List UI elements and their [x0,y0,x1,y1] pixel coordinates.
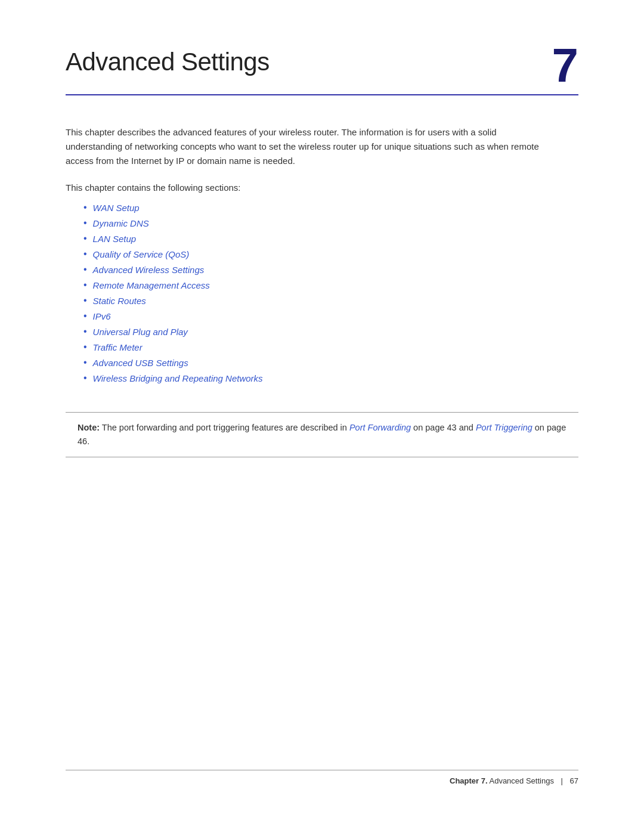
toc-link-advanced-usb[interactable]: Advanced USB Settings [93,358,188,368]
list-item[interactable]: Advanced Wireless Settings [83,264,578,275]
intro-paragraph: This chapter describes the advanced feat… [66,125,555,168]
list-item[interactable]: Quality of Service (QoS) [83,249,578,259]
port-forwarding-link[interactable]: Port Forwarding [349,423,411,432]
note-text-middle: on page 43 and [411,423,476,432]
toc-link-qos[interactable]: Quality of Service (QoS) [93,249,190,259]
footer-divider: | [561,776,563,785]
toc-link-ipv6[interactable]: IPv6 [93,311,111,321]
chapter-title: Advanced Settings [66,48,270,76]
note-box: Note: The port forwarding and port trigg… [66,412,578,457]
toc-link-upnp[interactable]: Universal Plug and Play [93,327,188,337]
footer-chapter-label: Chapter 7. [450,776,488,785]
footer-chapter-name: Advanced Settings [489,776,553,785]
list-item[interactable]: Static Routes [83,295,578,306]
list-item[interactable]: LAN Setup [83,233,578,244]
footer-page-number: 67 [570,776,578,785]
chapter-header: Advanced Settings 7 [66,48,578,95]
toc-link-lan-setup[interactable]: LAN Setup [93,234,137,244]
toc-link-wan-setup[interactable]: WAN Setup [93,203,140,213]
note-text-before: The port forwarding and port triggering … [100,423,349,432]
footer-text: Chapter 7. Advanced Settings | 67 [450,776,578,785]
list-item[interactable]: IPv6 [83,311,578,321]
page-footer: Chapter 7. Advanced Settings | 67 [66,770,578,785]
toc-link-remote-management[interactable]: Remote Management Access [93,280,210,290]
toc-link-traffic-meter[interactable]: Traffic Meter [93,342,143,352]
list-item[interactable]: Advanced USB Settings [83,357,578,368]
toc-link-wireless-bridging[interactable]: Wireless Bridging and Repeating Networks [93,373,263,383]
list-item[interactable]: Universal Plug and Play [83,326,578,337]
page-container: Advanced Settings 7 This chapter describ… [0,0,644,833]
toc-link-static-routes[interactable]: Static Routes [93,296,146,306]
list-item[interactable]: Traffic Meter [83,342,578,352]
toc-link-dynamic-dns[interactable]: Dynamic DNS [93,218,149,228]
chapter-number: 7 [552,42,579,89]
toc-list: WAN Setup Dynamic DNS LAN Setup Quality … [83,202,578,388]
note-label: Note: [78,423,100,432]
list-item[interactable]: WAN Setup [83,202,578,213]
sections-intro-text: This chapter contains the following sect… [66,182,578,193]
toc-link-advanced-wireless[interactable]: Advanced Wireless Settings [93,265,205,275]
port-triggering-link[interactable]: Port Triggering [476,423,532,432]
list-item[interactable]: Remote Management Access [83,280,578,290]
list-item[interactable]: Wireless Bridging and Repeating Networks [83,373,578,383]
list-item[interactable]: Dynamic DNS [83,218,578,228]
